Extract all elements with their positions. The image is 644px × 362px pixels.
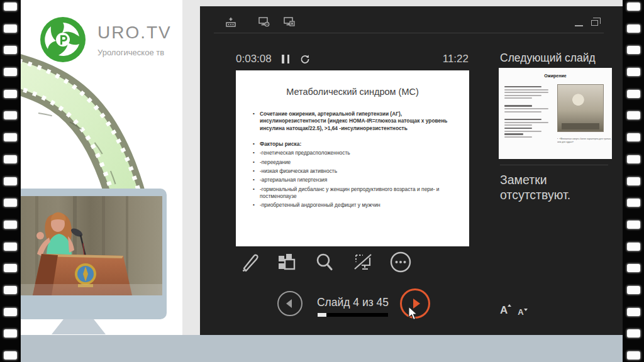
window-top-edge xyxy=(200,0,623,6)
sprocket-hole xyxy=(4,90,17,98)
presenter-view-window: 0:03:08 11:22 Метаболический синдром (МС… xyxy=(200,6,623,335)
pen-tool-icon[interactable] xyxy=(238,250,262,274)
sprocket-hole xyxy=(4,199,17,207)
restore-window-button[interactable] xyxy=(591,20,598,26)
increase-font-button[interactable]: A xyxy=(500,304,508,317)
zoom-slide-icon[interactable] xyxy=(313,250,336,274)
sprocket-hole xyxy=(4,3,17,11)
speaker-video xyxy=(3,196,162,295)
sprocket-hole xyxy=(4,221,17,229)
notes-font-controls: A A xyxy=(500,304,524,317)
prev-arrow-icon xyxy=(284,299,294,309)
sprocket-hole xyxy=(627,286,640,294)
sprocket-hole xyxy=(4,133,17,141)
slide-bullet: Факторы риска: xyxy=(260,141,458,148)
display-settings-icon[interactable] xyxy=(258,16,270,28)
speaker-video-monitor xyxy=(0,189,167,319)
elapsed-timer: 0:03:08 xyxy=(236,53,272,65)
thumbnail-quote: «Внезапная смерть более характерна для т… xyxy=(557,137,613,143)
sprocket-hole xyxy=(627,155,640,163)
increase-font-label: A xyxy=(500,304,508,316)
sprocket-hole xyxy=(627,243,640,251)
black-screen-icon[interactable] xyxy=(351,250,375,274)
sprocket-hole xyxy=(4,308,17,316)
previous-slide-button[interactable] xyxy=(277,291,303,316)
brand-title: URO.TV xyxy=(97,23,172,43)
slide-bullet: -низкая физическая активность xyxy=(260,168,458,175)
next-slide-heading: Следующий слайд xyxy=(500,52,596,65)
sprocket-hole xyxy=(627,46,640,54)
slide-bullet: Сочетание ожирения, артериальной гиперте… xyxy=(260,111,458,132)
notes-text: Заметки отсутствуют. xyxy=(500,172,601,203)
sprocket-hole xyxy=(627,3,640,11)
thumbnail-text-lines xyxy=(504,84,551,140)
slide-bullet-list: Сочетание ожирения, артериальной гиперте… xyxy=(260,111,458,209)
slide-bullet: -приобретенный андрогенный дефицит у муж… xyxy=(260,202,458,209)
notes-divider xyxy=(500,165,608,165)
sprocket-hole xyxy=(627,221,640,229)
bottom-band xyxy=(21,335,623,362)
more-options-icon[interactable] xyxy=(389,250,413,274)
decrease-font-button[interactable]: A xyxy=(518,307,523,317)
video-frame: URO.TV Урологическое тв xyxy=(0,0,644,362)
sprocket-hole xyxy=(4,351,17,359)
filmstrip-right xyxy=(623,0,644,362)
caret-down-icon xyxy=(524,309,528,311)
end-slideshow-icon[interactable] xyxy=(283,16,296,28)
sprocket-hole xyxy=(4,177,17,185)
panel-divider xyxy=(182,0,200,335)
sprocket-hole xyxy=(4,329,17,337)
sprocket-hole xyxy=(627,90,640,98)
slide-bullet: -артериальная гипертензия xyxy=(260,177,458,184)
sprocket-hole xyxy=(4,286,17,294)
decrease-font-label: A xyxy=(518,307,523,317)
slide-bullet: -гормональный дисбаланс у женщин репроду… xyxy=(260,186,458,200)
sprocket-hole xyxy=(627,351,640,359)
minimize-button[interactable] xyxy=(575,25,583,26)
sprocket-hole xyxy=(627,199,640,207)
toolbar-divider xyxy=(214,33,604,33)
see-all-slides-icon[interactable] xyxy=(274,250,298,274)
slide-title: Метаболический синдром (МС) xyxy=(236,87,469,97)
sprocket-hole xyxy=(627,308,640,316)
current-slide[interactable]: Метаболический синдром (МС) Сочетание ож… xyxy=(236,70,469,246)
slide-bullet: -переедание xyxy=(260,159,458,166)
sprocket-hole xyxy=(4,155,17,163)
sprocket-hole xyxy=(4,25,17,33)
sprocket-hole xyxy=(627,25,640,33)
sprocket-hole xyxy=(4,243,17,251)
slide-counter: Слайд 4 из 45 xyxy=(306,296,400,309)
brand-subtitle: Урологическое тв xyxy=(97,48,172,57)
sprocket-hole xyxy=(627,68,640,76)
mouse-cursor xyxy=(408,306,421,321)
sprocket-hole xyxy=(4,111,17,119)
next-slide-thumbnail[interactable]: Ожирение «Внезапная смерть более характе… xyxy=(499,68,612,159)
logo: URO.TV Урологическое тв xyxy=(40,16,172,63)
sprocket-hole xyxy=(627,329,640,337)
restart-timer-button[interactable] xyxy=(299,53,311,65)
show-taskbar-icon[interactable] xyxy=(225,16,236,28)
filmstrip-left xyxy=(0,0,21,362)
sprocket-hole xyxy=(627,177,640,185)
pause-timer-button[interactable] xyxy=(282,55,289,63)
slide-bullet: -генетическая предрасположенность xyxy=(260,150,458,156)
slideshow-progress-bar xyxy=(318,313,388,317)
next-slide-title: Ожирение xyxy=(499,74,612,78)
uro-tv-logo-icon xyxy=(40,16,86,63)
sprocket-hole xyxy=(4,68,17,76)
sprocket-hole xyxy=(627,111,640,119)
sprocket-hole xyxy=(4,46,17,54)
current-time: 11:22 xyxy=(412,53,469,65)
sprocket-hole xyxy=(627,133,640,141)
caret-up-icon xyxy=(508,304,511,307)
sprocket-hole xyxy=(627,264,640,272)
thumbnail-image xyxy=(557,84,604,132)
sprocket-hole xyxy=(4,264,17,272)
